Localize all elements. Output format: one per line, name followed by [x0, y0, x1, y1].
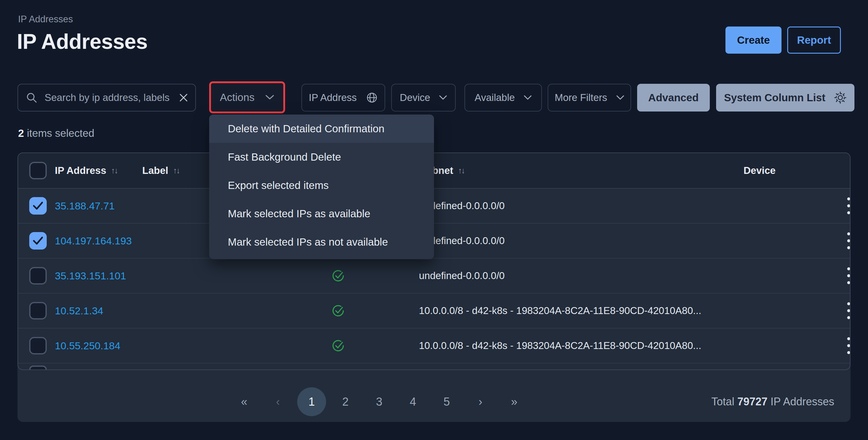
system-column-list-button[interactable]: System Column List	[716, 84, 855, 112]
total-count: Total 79727 IP Addresses	[711, 387, 834, 416]
search-box[interactable]	[18, 84, 196, 112]
filter-device[interactable]: Device	[391, 84, 456, 112]
ip-table: IP Address ↑↓ Label ↑↓ Subnet ↑↓ Device …	[18, 153, 850, 370]
sort-icon[interactable]: ↑↓	[111, 166, 118, 176]
column-header-label[interactable]: Label ↑↓	[142, 153, 179, 188]
column-header-ip-address[interactable]: IP Address ↑↓	[55, 153, 118, 188]
actions-menu: Delete with Detailed ConfirmationFast Ba…	[209, 115, 434, 259]
system-column-list-label: System Column List	[724, 92, 825, 104]
select-all-checkbox[interactable]	[29, 162, 47, 179]
pagination-page-5[interactable]: 5	[432, 387, 461, 416]
chevron-down-icon	[524, 95, 532, 100]
filter-more-filters-label: More Filters	[555, 92, 607, 103]
subnet-text: 10.0.0.0/8 - d42-k8s - 1983204A-8C2A-11E…	[419, 328, 701, 363]
filter-available[interactable]: Available	[464, 84, 542, 112]
partial-next-row-checkbox	[29, 366, 47, 370]
create-button[interactable]: Create	[725, 27, 781, 54]
row-checkbox[interactable]	[29, 302, 47, 319]
selection-count: 2	[18, 127, 24, 139]
ip-table-card: IP Address ↑↓ Label ↑↓ Subnet ↑↓ Device …	[18, 153, 850, 422]
filter-ip-address-label: IP Address	[309, 92, 357, 103]
report-button[interactable]: Report	[787, 27, 841, 54]
filter-ip-address[interactable]: IP Address	[301, 84, 385, 112]
row-checkbox[interactable]	[29, 232, 47, 250]
ip-link[interactable]: 35.193.151.101	[55, 258, 126, 293]
row-menu-button[interactable]	[842, 266, 850, 285]
row-checkbox[interactable]	[29, 197, 47, 215]
table-row: 35.188.47.71 undefined-0.0.0.0/0	[18, 189, 850, 224]
actions-menu-item[interactable]: Mark selected IPs as available	[209, 199, 434, 228]
sort-icon[interactable]: ↑↓	[173, 166, 179, 176]
total-suffix: IP Addresses	[771, 396, 834, 408]
row-menu-button[interactable]	[842, 196, 850, 216]
chevron-down-icon	[439, 95, 447, 100]
pagination-first[interactable]: «	[230, 387, 258, 416]
pagination-page-1[interactable]: 1	[297, 387, 326, 416]
row-checkbox[interactable]	[29, 337, 47, 354]
selection-text: items selected	[27, 127, 94, 139]
actions-menu-item[interactable]: Delete with Detailed Confirmation	[209, 115, 434, 143]
gear-icon	[834, 91, 846, 104]
sort-icon[interactable]: ↑↓	[458, 166, 464, 176]
actions-dropdown-button[interactable]: Actions	[209, 82, 285, 113]
search-icon	[26, 92, 37, 103]
chevron-down-icon	[616, 95, 624, 100]
ip-link[interactable]: 35.188.47.71	[55, 189, 115, 223]
column-label: Device	[744, 165, 775, 176]
ip-link[interactable]: 10.52.1.34	[55, 293, 103, 328]
clear-search-icon[interactable]	[179, 93, 188, 102]
available-check-icon	[332, 269, 345, 282]
pagination-page-4[interactable]: 4	[398, 387, 427, 416]
ip-link[interactable]: 10.55.250.184	[55, 328, 120, 363]
ip-link[interactable]: 104.197.164.193	[55, 224, 132, 258]
column-header-device: Device	[744, 153, 775, 188]
table-row: 10.55.250.184 10.0.0.0/8 - d42-k8s - 198…	[18, 328, 850, 364]
actions-menu-item[interactable]: Fast Background Delete	[209, 143, 434, 171]
pagination-next[interactable]: ›	[466, 387, 495, 416]
actions-label: Actions	[220, 91, 255, 103]
pagination: «‹12345›»	[230, 387, 529, 416]
available-check-icon	[332, 339, 345, 352]
pagination-last[interactable]: »	[500, 387, 529, 416]
total-number: 79727	[737, 396, 767, 408]
pagination-prev[interactable]: ‹	[264, 387, 292, 416]
row-checkbox[interactable]	[29, 267, 47, 284]
actions-menu-item[interactable]: Export selected items	[209, 171, 434, 199]
subnet-text: 10.0.0.0/8 - d42-k8s - 1983204A-8C2A-11E…	[419, 293, 701, 328]
total-prefix: Total	[711, 396, 734, 408]
breadcrumb[interactable]: IP Addresses	[18, 14, 73, 25]
filter-available-label: Available	[475, 92, 515, 103]
selection-summary: 2 items selected	[18, 127, 94, 139]
available-check-icon	[332, 304, 345, 317]
row-menu-button[interactable]	[842, 301, 850, 320]
table-row: 10.52.1.34 10.0.0.0/8 - d42-k8s - 198320…	[18, 293, 850, 328]
filter-more-filters[interactable]: More Filters	[548, 84, 631, 112]
actions-menu-item[interactable]: Mark selected IPs as not available	[209, 228, 434, 256]
column-label: IP Address	[55, 165, 106, 176]
filter-device-label: Device	[400, 92, 430, 103]
search-input[interactable]	[44, 92, 179, 104]
pagination-page-3[interactable]: 3	[365, 387, 394, 416]
advanced-label: Advanced	[648, 92, 699, 104]
chevron-down-icon	[265, 95, 274, 100]
table-row: 104.197.164.193 undefined-0.0.0.0/0	[18, 224, 850, 258]
row-menu-button[interactable]	[842, 231, 850, 250]
advanced-button[interactable]: Advanced	[637, 84, 710, 112]
subnet-text: undefined-0.0.0.0/0	[419, 258, 504, 293]
table-row: 35.193.151.101 undefined-0.0.0.0/0	[18, 258, 850, 293]
table-header-row: IP Address ↑↓ Label ↑↓ Subnet ↑↓ Device	[18, 153, 850, 189]
globe-icon	[366, 92, 378, 104]
column-label: Label	[142, 165, 168, 176]
pagination-page-2[interactable]: 2	[331, 387, 360, 416]
row-menu-button[interactable]	[842, 336, 850, 355]
page-title: IP Addresses	[17, 30, 148, 54]
